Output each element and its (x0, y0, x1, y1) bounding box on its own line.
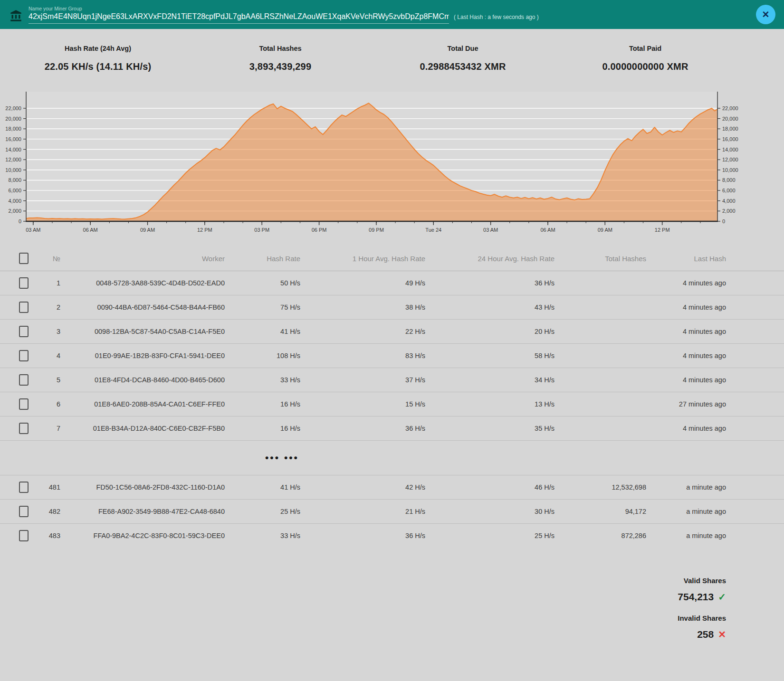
worker-number: 5 (36, 376, 60, 384)
worker-id: FFA0-9BA2-4C2C-83F0-8C01-59C3-DEE0 (60, 532, 225, 539)
table-top-rows: 10048-5728-3A88-539C-4D4B-D502-EAD050 H/… (0, 271, 784, 441)
y-tick-label-left: 14,000 (5, 147, 21, 152)
row-checkbox[interactable] (19, 326, 29, 337)
valid-shares-value: 754,213✓ (678, 591, 726, 603)
y-tick-label-right: 20,000 (722, 116, 738, 122)
invalid-shares-number: 258 (697, 629, 714, 640)
y-tick-label-right: 14,000 (722, 147, 738, 152)
row-checkbox[interactable] (19, 277, 29, 289)
wallet-address-input[interactable] (29, 12, 449, 24)
y-tick-label-left: 18,000 (5, 126, 21, 132)
checkbox-cell (0, 326, 36, 337)
y-tick-label-left: 8,000 (8, 177, 21, 183)
avg-1h-hash-rate: 22 H/s (300, 328, 425, 335)
y-tick-label-right: 18,000 (722, 126, 738, 132)
avg-24h-hash-rate: 13 H/s (425, 400, 555, 408)
row-checkbox[interactable] (19, 530, 29, 541)
x-tick-label: 09 PM (369, 227, 384, 233)
last-hash: a minute ago (646, 508, 726, 515)
table-row: 30098-12BA-5C87-54A0-C5AB-C14A-F5E041 H/… (0, 320, 784, 344)
table-row: 481FD50-1C56-08A6-2FD8-432C-1160-D1A041 … (0, 475, 784, 500)
topbar: Name your Miner Group ( Last Hash : a fe… (0, 0, 784, 29)
avg-1h-hash-rate: 42 H/s (300, 483, 425, 491)
worker-number: 481 (36, 483, 60, 491)
x-tick-label: 03 PM (254, 227, 269, 233)
worker-number: 6 (36, 400, 60, 408)
table-ellipsis-row: ••• ••• (0, 441, 784, 475)
hash-rate: 16 H/s (225, 425, 300, 432)
checkbox-cell (0, 302, 36, 313)
hashrate-chart-svg: 002,0002,0004,0004,0006,0006,0008,0008,0… (0, 87, 784, 236)
stat-total-due-label: Total Due (372, 45, 554, 52)
x-tick-label: 03 AM (483, 227, 498, 233)
hash-rate: 25 H/s (225, 508, 300, 515)
hashrate-chart: 002,0002,0004,0004,0006,0006,0008,0008,0… (0, 87, 784, 236)
avg-24h-hash-rate: 35 H/s (425, 425, 555, 432)
total-hashes: 872,286 (555, 532, 646, 539)
checkbox-cell (0, 530, 36, 541)
checkbox-cell (0, 350, 36, 361)
row-checkbox[interactable] (19, 398, 29, 410)
total-hashes: 94,172 (555, 508, 646, 515)
y-tick-label-left: 6,000 (8, 188, 21, 193)
y-tick-label-right: 16,000 (722, 136, 738, 142)
ellipsis-dots: ••• ••• (0, 452, 299, 463)
column-header-avg-24h-hash-rate: 24 Hour Avg. Hash Rate (425, 255, 555, 263)
worker-number: 3 (36, 328, 60, 335)
table-header-row: №WorkerHash Rate1 Hour Avg. Hash Rate24 … (0, 246, 784, 271)
last-hash: 27 minutes ago (646, 400, 726, 408)
avg-24h-hash-rate: 20 H/s (425, 328, 555, 335)
y-tick-label-left: 4,000 (8, 198, 21, 204)
x-tick-label: 06 AM (540, 227, 555, 233)
close-button[interactable]: ✕ (756, 5, 775, 24)
avg-1h-hash-rate: 36 H/s (300, 425, 425, 432)
y-tick-label-right: 12,000 (722, 157, 738, 162)
column-header-total-hashes: Total Hashes (555, 255, 646, 263)
row-checkbox[interactable] (19, 302, 29, 313)
row-checkbox[interactable] (19, 374, 29, 386)
row-checkbox[interactable] (19, 350, 29, 361)
worker-number: 7 (36, 425, 60, 432)
avg-24h-hash-rate: 25 H/s (425, 532, 555, 539)
last-hash: 4 minutes ago (646, 279, 726, 287)
miner-group-field: Name your Miner Group (29, 6, 449, 24)
row-checkbox[interactable] (19, 506, 29, 517)
last-hash: a minute ago (646, 532, 726, 539)
avg-24h-hash-rate: 36 H/s (425, 279, 555, 287)
column-header-worker-id: Worker (60, 255, 225, 263)
y-tick-label-right: 6,000 (722, 188, 736, 193)
valid-shares-label: Valid Shares (678, 577, 726, 585)
x-tick-label: 06 PM (312, 227, 327, 233)
y-tick-label-left: 12,000 (5, 157, 21, 162)
y-tick-label-right: 22,000 (722, 105, 738, 111)
worker-id: FE68-A902-3549-9B88-47E2-CA48-6840 (60, 508, 225, 515)
column-header-worker-number: № (36, 255, 60, 263)
table-row: 482FE68-A902-3549-9B88-47E2-CA48-684025 … (0, 500, 784, 524)
avg-1h-hash-rate: 37 H/s (300, 376, 425, 384)
avg-24h-hash-rate: 46 H/s (425, 483, 555, 491)
table-row: 501E8-4FD4-DCAB-8460-4D00-B465-D60033 H/… (0, 368, 784, 392)
avg-24h-hash-rate: 43 H/s (425, 303, 555, 311)
column-header-hash-rate: Hash Rate (225, 255, 300, 263)
row-checkbox[interactable] (19, 482, 29, 493)
avg-24h-hash-rate: 58 H/s (425, 352, 555, 359)
y-tick-label-left: 0 (19, 218, 21, 224)
checkbox-cell (0, 374, 36, 386)
avg-1h-hash-rate: 15 H/s (300, 400, 425, 408)
row-checkbox[interactable] (19, 253, 29, 264)
worker-id: 0098-12BA-5C87-54A0-C5AB-C14A-F5E0 (60, 328, 225, 335)
x-tick-label: 06 AM (83, 227, 98, 233)
x-tick-label: 12 PM (197, 227, 212, 233)
avg-24h-hash-rate: 34 H/s (425, 376, 555, 384)
stat-total-hashes: Total Hashes 3,893,439,299 (189, 29, 372, 72)
checkbox-cell (0, 506, 36, 517)
invalid-shares-label: Invalid Shares (678, 614, 726, 622)
stat-total-paid-value: 0.0000000000 XMR (554, 61, 736, 72)
table-bottom-rows: 481FD50-1C56-08A6-2FD8-432C-1160-D1A041 … (0, 475, 784, 548)
y-tick-label-left: 2,000 (8, 208, 21, 214)
stat-total-paid-label: Total Paid (554, 45, 736, 52)
row-checkbox[interactable] (19, 423, 29, 434)
close-icon: ✕ (762, 10, 770, 19)
valid-shares-number: 754,213 (678, 591, 714, 602)
y-tick-label-right: 2,000 (722, 208, 736, 214)
